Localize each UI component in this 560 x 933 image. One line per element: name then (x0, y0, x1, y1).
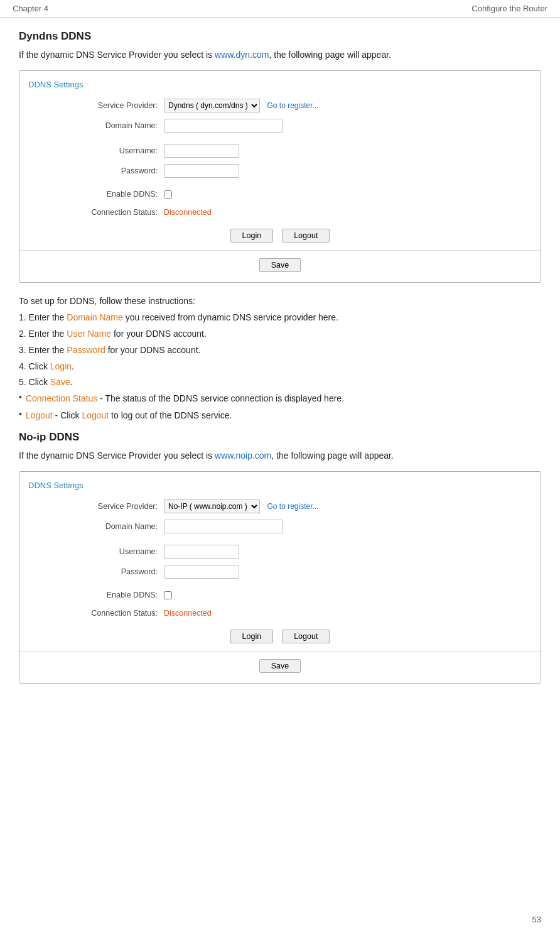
dyndns-service-provider-label: Service Provider: (32, 97, 164, 114)
noip-conn-status-label: Connection Status: (32, 605, 164, 621)
dyndns-domain-input[interactable] (164, 119, 283, 133)
noip-username-label: Username: (32, 543, 164, 560)
bullet-logout: • Logout - Click Logout to log out of th… (19, 408, 541, 422)
page-number: 53 (532, 915, 541, 924)
noip-disconnected-text: Disconnected (164, 609, 212, 618)
step-3-highlight: Password (67, 345, 105, 355)
step-1: 1. Enter the Domain Name you received fr… (19, 310, 541, 325)
dyndns-conn-status-label: Connection Status: (32, 204, 164, 221)
noip-service-provider-label: Service Provider: (32, 498, 164, 515)
step-4-num: 4. Click (19, 361, 50, 371)
step-4-rest: . (72, 361, 74, 371)
step-4: 4. Click Login. (19, 359, 541, 374)
noip-domain-value (164, 516, 528, 537)
noip-service-provider-select[interactable]: No-IP ( www.noip.com ) (164, 499, 260, 513)
dyndns-intro: If the dynamic DNS Service Provider you … (19, 48, 541, 62)
step-2-num: 2. Enter the (19, 329, 67, 339)
step-5: 5. Click Save. (19, 375, 541, 390)
step-1-rest: you received from dynamic DNS service pr… (123, 312, 338, 322)
noip-enable-label: Enable DDNS: (32, 587, 164, 603)
instructions-intro: To set up for DDNS, follow these instruc… (19, 294, 541, 309)
step-2-rest: for your DDNS account. (111, 329, 207, 339)
section-label: Configure the Router (471, 4, 547, 13)
noip-conn-status-value: Disconnected (164, 603, 528, 623)
dyndns-settings-box: DDNS Settings Service Provider: Dyndns (… (19, 70, 541, 283)
step-5-num: 5. Click (19, 377, 50, 387)
noip-intro: If the dynamic DNS Service Provider you … (19, 449, 541, 462)
dyndns-settings-title: DDNS Settings (19, 77, 541, 95)
dyndns-enable-label: Enable DDNS: (32, 186, 164, 202)
step-2-highlight: User Name (67, 329, 111, 339)
dyndns-logout-button[interactable]: Logout (282, 229, 330, 243)
bullet-connection-status: • Connection Status - The status of the … (19, 391, 541, 405)
dyndns-form: Service Provider: Dyndns ( dyn.com/dns )… (19, 95, 541, 222)
dyndns-disconnected-text: Disconnected (164, 208, 212, 217)
noip-password-label: Password: (32, 564, 164, 580)
dyndns-btn-row: Login Logout (19, 229, 541, 243)
dyndns-service-provider-select[interactable]: Dyndns ( dyn.com/dns ) (164, 99, 260, 112)
step-2: 2. Enter the User Name for your DDNS acc… (19, 327, 541, 342)
noip-enable-value (164, 589, 528, 601)
noip-logout-button[interactable]: Logout (282, 630, 330, 643)
noip-domain-label: Domain Name: (32, 518, 164, 535)
bullet-logout-text1: - Click (53, 410, 82, 420)
dyndns-save-row: Save (19, 250, 541, 272)
step-1-highlight: Domain Name (67, 312, 122, 322)
noip-link[interactable]: www.noip.com (215, 450, 271, 461)
dyndns-password-value (164, 161, 528, 181)
noip-settings-title: DDNS Settings (19, 478, 541, 496)
dyndns-login-button[interactable]: Login (230, 229, 274, 243)
dyndns-username-label: Username: (32, 143, 164, 159)
bullet-connection-label: Connection Status (26, 393, 97, 403)
noip-password-value (164, 562, 528, 582)
bullet-logout-text2: to log out of the DDNS service. (109, 410, 232, 420)
page-header: Chapter 4 Configure the Router (0, 0, 560, 18)
instructions-section: To set up for DDNS, follow these instruc… (19, 294, 541, 422)
noip-title: No-ip DDNS (19, 431, 541, 444)
dyndns-save-button[interactable]: Save (259, 258, 301, 272)
dyndns-username-value (164, 141, 528, 161)
step-3-rest: for your DDNS account. (105, 345, 201, 355)
dyndns-domain-label: Domain Name: (32, 117, 164, 134)
dyn-link[interactable]: www.dyn.com (215, 50, 269, 60)
step-3-num: 3. Enter the (19, 345, 67, 355)
noip-save-row: Save (19, 651, 541, 673)
bullet-logout-label: Logout (26, 410, 53, 420)
chapter-label: Chapter 4 (13, 4, 48, 13)
dyndns-password-input[interactable] (164, 164, 239, 178)
noip-login-button[interactable]: Login (230, 630, 274, 643)
noip-username-input[interactable] (164, 545, 239, 559)
dyndns-username-input[interactable] (164, 144, 239, 158)
step-3: 3. Enter the Password for your DDNS acco… (19, 343, 541, 358)
noip-save-button[interactable]: Save (259, 659, 301, 673)
noip-service-provider-value: No-IP ( www.noip.com ) Go to register... (164, 496, 528, 516)
noip-enable-checkbox[interactable] (164, 591, 172, 599)
step-1-num: 1. Enter the (19, 312, 67, 322)
noip-register-link[interactable]: Go to register... (267, 502, 318, 511)
step-4-highlight: Login (50, 361, 72, 371)
dyndns-service-provider-value: Dyndns ( dyn.com/dns ) Go to register... (164, 95, 528, 116)
noip-username-value (164, 542, 528, 562)
dyndns-conn-status-value: Disconnected (164, 202, 528, 222)
noip-password-input[interactable] (164, 565, 239, 579)
step-5-rest: . (70, 377, 73, 387)
dyndns-register-link[interactable]: Go to register... (267, 101, 318, 110)
bullet-connection-text: - The status of the DDNS service connect… (97, 393, 344, 403)
dyndns-enable-checkbox[interactable] (164, 190, 172, 199)
step-5-highlight: Save (50, 377, 70, 387)
noip-form: Service Provider: No-IP ( www.noip.com )… (19, 496, 541, 623)
noip-domain-input[interactable] (164, 520, 283, 533)
dyndns-password-label: Password: (32, 163, 164, 179)
dyndns-enable-value (164, 188, 528, 200)
noip-btn-row: Login Logout (19, 630, 541, 643)
page-content: Dyndns DDNS If the dynamic DNS Service P… (0, 18, 560, 720)
dyndns-title: Dyndns DDNS (19, 30, 541, 43)
bullet-logout-label2: Logout (82, 410, 109, 420)
dyndns-domain-value (164, 116, 528, 136)
noip-settings-box: DDNS Settings Service Provider: No-IP ( … (19, 471, 541, 684)
